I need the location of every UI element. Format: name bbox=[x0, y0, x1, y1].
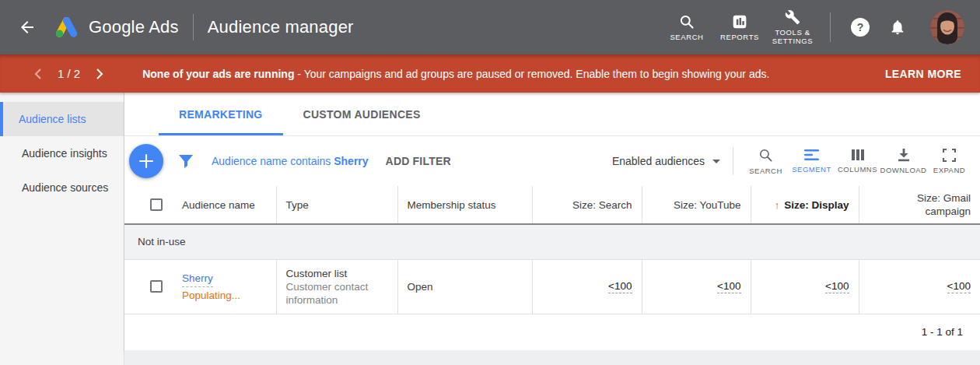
table-expand-button[interactable]: EXPAND bbox=[926, 149, 972, 174]
google-ads-app: Google Ads Audience manager SEARCH REPOR… bbox=[0, 0, 980, 365]
table-search-label: SEARCH bbox=[749, 167, 782, 175]
size-search-cell: <100 bbox=[532, 259, 642, 314]
column-header-audience-name[interactable]: Audience name bbox=[173, 186, 276, 224]
table-expand-label: EXPAND bbox=[933, 166, 965, 174]
topbar-tools-settings-label: TOOLS & SETTINGS bbox=[768, 28, 817, 45]
size-youtube-cell: <100 bbox=[642, 259, 751, 314]
back-button[interactable] bbox=[16, 16, 39, 39]
filter-button[interactable] bbox=[179, 155, 193, 168]
sidebar: Audience lists Audience insights Audienc… bbox=[0, 93, 124, 365]
notifications-button[interactable] bbox=[886, 16, 909, 39]
active-filter-chip[interactable]: Audience name contains Sherry bbox=[212, 155, 369, 167]
page-background bbox=[124, 350, 980, 365]
topbar-reports-button[interactable]: REPORTS bbox=[716, 14, 764, 41]
product-name: Google Ads bbox=[89, 17, 179, 37]
topbar-divider bbox=[830, 12, 831, 42]
arrow-back-icon bbox=[18, 18, 37, 37]
topbar-tools-settings-button[interactable]: TOOLS & SETTINGS bbox=[768, 9, 817, 45]
column-header-size-gmail[interactable]: Size: Gmail campaign bbox=[859, 186, 980, 224]
audience-status-dropdown[interactable]: Enabled audiences bbox=[612, 155, 720, 167]
alert-banner: 1 / 2 None of your ads are running - You… bbox=[0, 54, 980, 93]
search-icon bbox=[679, 14, 695, 30]
banner-message-bold: None of your ads are running bbox=[142, 68, 294, 80]
sidebar-item-label: Audience sources bbox=[22, 181, 108, 194]
table-footer: 1 - 1 of 1 bbox=[124, 314, 980, 350]
sidebar-item-label: Audience lists bbox=[19, 113, 86, 125]
column-header-size-youtube[interactable]: Size: YouTube bbox=[642, 186, 751, 224]
tab-label: REMARKETING bbox=[179, 108, 263, 121]
chevron-right-icon bbox=[95, 68, 104, 80]
bell-icon bbox=[889, 19, 906, 36]
main-panel: REMARKETING CUSTOM AUDIENCES bbox=[124, 93, 980, 365]
populating-status: Populating... bbox=[182, 287, 267, 304]
topbar-right: SEARCH REPORTS TOOLS & SETTINGS ? bbox=[660, 9, 964, 45]
sidebar-item-audience-sources[interactable]: Audience sources bbox=[0, 170, 124, 205]
help-button[interactable]: ? bbox=[849, 16, 872, 39]
banner-pager: 1 / 2 bbox=[58, 67, 80, 80]
expand-icon bbox=[943, 149, 956, 162]
banner-prev-button[interactable] bbox=[31, 67, 45, 81]
topbar-search-button[interactable]: SEARCH bbox=[663, 14, 711, 41]
size-search-value: <100 bbox=[608, 280, 632, 293]
plus-icon bbox=[138, 153, 154, 169]
audience-table-card: REMARKETING CUSTOM AUDIENCES bbox=[124, 93, 980, 350]
topbar-divider bbox=[193, 14, 194, 40]
table-download-label: DOWNLOAD bbox=[880, 166, 927, 174]
columns-icon bbox=[851, 149, 865, 161]
banner-message: None of your ads are running - Your camp… bbox=[142, 68, 769, 80]
size-youtube-value: <100 bbox=[717, 280, 740, 293]
help-icon: ? bbox=[850, 17, 870, 37]
chevron-left-icon bbox=[33, 68, 43, 80]
table-columns-button[interactable]: COLUMNS bbox=[835, 149, 880, 174]
google-ads-logo[interactable]: Google Ads bbox=[51, 15, 179, 40]
column-header-membership-status[interactable]: Membership status bbox=[397, 186, 532, 224]
toolbar-divider bbox=[733, 147, 733, 175]
learn-more-link[interactable]: LEARN MORE bbox=[885, 68, 961, 80]
type-value: Customer list bbox=[286, 267, 388, 280]
tab-custom-audiences[interactable]: CUSTOM AUDIENCES bbox=[283, 93, 441, 135]
column-header-size-search[interactable]: Size: Search bbox=[532, 186, 642, 224]
filter-chip-value: Sherry bbox=[334, 155, 368, 167]
table-columns-label: COLUMNS bbox=[838, 165, 877, 174]
content-area: Audience lists Audience insights Audienc… bbox=[0, 93, 980, 365]
table-toolbar: Audience name contains Sherry ADD FILTER… bbox=[124, 136, 980, 186]
add-audience-button[interactable] bbox=[129, 144, 163, 178]
account-avatar[interactable] bbox=[930, 10, 964, 44]
add-filter-button[interactable]: ADD FILTER bbox=[386, 155, 451, 167]
select-all-checkbox[interactable] bbox=[150, 198, 163, 211]
type-detail: Customer contact information bbox=[286, 280, 388, 307]
header-checkbox-cell bbox=[124, 186, 173, 224]
filter-funnel-icon bbox=[179, 155, 193, 168]
column-header-size-display[interactable]: ↑Size: Display bbox=[751, 186, 859, 224]
column-header-size-display-label: Size: Display bbox=[784, 199, 849, 211]
download-icon bbox=[897, 149, 911, 162]
audience-status-dropdown-value: Enabled audiences bbox=[612, 155, 705, 167]
banner-message-rest: - Your campaigns and ad groups are pause… bbox=[294, 68, 769, 80]
table-download-button[interactable]: DOWNLOAD bbox=[880, 149, 926, 174]
table-segment-button[interactable]: SEGMENT bbox=[789, 149, 835, 174]
filter-chip-text: Audience name contains bbox=[212, 155, 334, 167]
sidebar-item-audience-insights[interactable]: Audience insights bbox=[0, 136, 124, 170]
wrench-icon bbox=[785, 9, 800, 25]
sort-ascending-icon: ↑ bbox=[775, 199, 780, 211]
tab-remarketing[interactable]: REMARKETING bbox=[159, 93, 283, 135]
table-header-row: Audience name Type Membership status Siz… bbox=[124, 186, 980, 224]
audience-name-cell: Sherry Populating... bbox=[173, 259, 276, 314]
sidebar-item-audience-lists[interactable]: Audience lists bbox=[0, 102, 124, 136]
toolbar-right: Enabled audiences SEARCH bbox=[612, 147, 972, 175]
row-checkbox-cell bbox=[124, 259, 173, 314]
table-row: Sherry Populating... Customer list Custo… bbox=[124, 259, 980, 314]
topbar-reports-label: REPORTS bbox=[720, 33, 759, 41]
google-ads-logo-icon bbox=[51, 15, 81, 40]
table-segment-label: SEGMENT bbox=[792, 165, 831, 174]
table-search-button[interactable]: SEARCH bbox=[743, 148, 789, 175]
size-display-value: <100 bbox=[825, 280, 849, 293]
audience-name-link[interactable]: Sherry bbox=[182, 270, 213, 287]
column-header-type[interactable]: Type bbox=[276, 186, 397, 224]
row-checkbox[interactable] bbox=[150, 280, 163, 293]
banner-next-button[interactable] bbox=[93, 67, 107, 81]
tab-label: CUSTOM AUDIENCES bbox=[303, 108, 421, 121]
size-display-cell: <100 bbox=[751, 259, 859, 314]
bar-chart-icon bbox=[732, 14, 747, 30]
topbar-search-label: SEARCH bbox=[670, 33, 703, 41]
